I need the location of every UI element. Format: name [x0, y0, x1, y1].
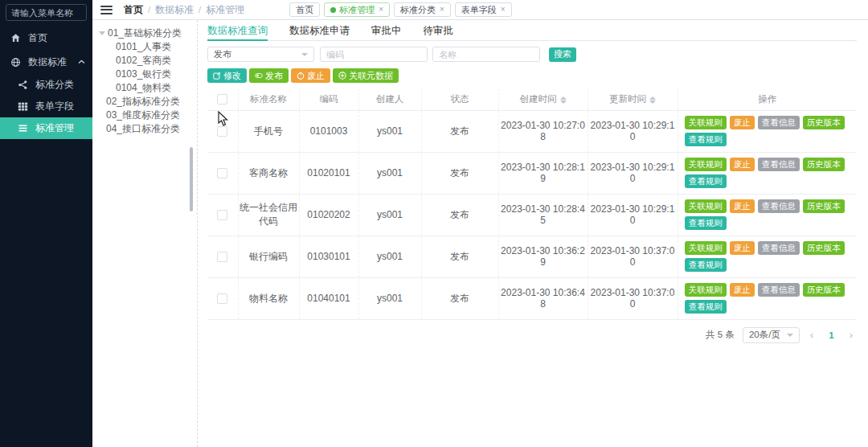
select-all-checkbox[interactable] [217, 94, 227, 105]
page-size-value: 20条/页 [749, 329, 780, 341]
toggle-icon [255, 72, 263, 80]
code-cell: 01020101 [299, 152, 358, 194]
updated-time-cell: 2023-01-30 10:37:00 [588, 277, 678, 319]
tree-node[interactable]: 0102_客商类 [96, 54, 195, 68]
row-action-button[interactable]: 关联规则 [685, 116, 727, 129]
breadcrumb-item[interactable]: 数据标准 [155, 3, 194, 17]
share-nodes-icon [18, 80, 28, 90]
sidebar-item-standard-management[interactable]: 标准管理 [0, 117, 92, 139]
standard-name: 银行编码 [238, 236, 299, 277]
filter-bar: 发布 搜索 [207, 47, 857, 62]
tab-data-standard-apply[interactable]: 数据标准申请 [289, 24, 350, 40]
sort-icon[interactable] [560, 96, 567, 104]
tab-in-approval[interactable]: 审批中 [371, 24, 402, 40]
breadcrumb-separator: / [199, 5, 201, 14]
toolbar: 修改 发布 废止 关联元数据 [207, 68, 857, 83]
caret-down-icon[interactable] [99, 31, 105, 35]
tag-standard-management[interactable]: 标准管理 × [324, 2, 390, 17]
tree-node[interactable]: 02_指标标准分类 [96, 95, 195, 109]
row-action-button[interactable]: 关联规则 [685, 241, 727, 255]
tag-standard-category[interactable]: 标准分类 × [394, 2, 451, 17]
edit-icon [213, 72, 221, 80]
breadcrumb-home[interactable]: 首页 [124, 3, 143, 17]
row-action-button[interactable]: 废止 [730, 283, 755, 297]
hamburger-icon[interactable] [100, 6, 113, 14]
status-select[interactable]: 发布 [207, 47, 314, 62]
prev-page-button[interactable]: ‹ [808, 329, 816, 341]
row-action-button[interactable]: 查看规则 [685, 258, 727, 272]
row-action-button[interactable]: 废止 [730, 241, 755, 255]
row-action-button[interactable]: 关联规则 [685, 158, 727, 171]
page-number[interactable]: 1 [824, 330, 838, 340]
tree-node[interactable]: 0103_银行类 [96, 68, 195, 81]
row-action-button[interactable]: 关联规则 [685, 283, 727, 297]
table-grid-icon [18, 101, 28, 112]
tree-node[interactable]: 0104_物料类 [96, 81, 195, 95]
status-cell: 发布 [421, 110, 498, 152]
tag-label: 首页 [296, 4, 313, 16]
sidebar-item-standard-category[interactable]: 标准分类 [0, 74, 92, 96]
row-checkbox[interactable] [217, 210, 227, 220]
name-input[interactable] [432, 47, 540, 62]
page-size-select[interactable]: 20条/页 [743, 327, 800, 343]
row-action-button[interactable]: 查看信息 [758, 116, 800, 129]
row-action-button[interactable]: 查看规则 [685, 300, 727, 314]
row-action-button[interactable]: 查看信息 [758, 283, 800, 297]
row-action-button[interactable]: 查看规则 [685, 216, 727, 230]
tab-data-standard-query[interactable]: 数据标准查询 [207, 24, 268, 40]
row-action-button[interactable]: 查看信息 [758, 241, 800, 255]
tab-pending-approval[interactable]: 待审批 [424, 24, 454, 40]
row-action-button[interactable]: 废止 [730, 116, 755, 129]
table-row: 银行编码01030101ys001发布2023-01-30 10:36:2920… [207, 236, 857, 277]
sidebar-item-data-standard[interactable]: 数据标准 [0, 50, 92, 74]
tag-home[interactable]: 首页 [289, 2, 320, 17]
tree-node[interactable]: 01_基础标准分类 [96, 27, 195, 40]
tree-scrollbar-thumb[interactable] [190, 147, 193, 211]
publish-button[interactable]: 发布 [249, 68, 289, 83]
next-page-button[interactable]: › [847, 329, 855, 341]
row-checkbox[interactable] [217, 293, 227, 304]
table-row: 客商名称01020101ys001发布2023-01-30 10:28:1920… [207, 152, 857, 194]
row-action-button[interactable]: 历史版本 [803, 158, 845, 171]
deprecate-button[interactable]: 废止 [291, 68, 330, 83]
tree-node[interactable]: 0101_人事类 [96, 40, 195, 54]
code-input[interactable] [320, 47, 428, 62]
row-action-button[interactable]: 历史版本 [803, 199, 845, 213]
created-time-cell: 2023-01-30 10:28:19 [498, 152, 588, 194]
row-action-button[interactable]: 历史版本 [803, 241, 845, 255]
search-button[interactable]: 搜索 [549, 47, 576, 62]
row-action-button[interactable]: 查看信息 [758, 199, 800, 213]
row-checkbox[interactable] [217, 252, 227, 262]
tag-form-fields[interactable]: 表单字段 × [455, 2, 512, 17]
operations-cell: 关联规则废止查看信息历史版本查看规则 [678, 194, 857, 236]
sort-icon[interactable] [649, 96, 656, 104]
close-icon[interactable]: × [379, 6, 383, 14]
row-action-button[interactable]: 废止 [730, 199, 755, 213]
row-checkbox[interactable] [217, 168, 227, 178]
sidebar-item-form-fields[interactable]: 表单字段 [0, 96, 92, 117]
tree-node[interactable]: 04_接口标准分类 [96, 122, 195, 136]
col-updated-time[interactable]: 更新时间 [588, 89, 678, 110]
tag-label: 标准分类 [400, 4, 436, 16]
row-action-button[interactable]: 查看信息 [758, 158, 800, 171]
link-metadata-button[interactable]: 关联元数据 [333, 68, 399, 83]
row-action-button[interactable]: 废止 [730, 158, 755, 171]
row-action-button[interactable]: 历史版本 [803, 283, 845, 297]
close-icon[interactable]: × [440, 6, 444, 14]
close-icon[interactable]: × [501, 6, 506, 14]
row-action-button[interactable]: 查看规则 [685, 174, 727, 188]
operations-cell: 关联规则废止查看信息历史版本查看规则 [678, 110, 857, 152]
modify-button[interactable]: 修改 [207, 68, 247, 83]
menu-search-input[interactable] [6, 4, 87, 21]
creator-cell: ys001 [358, 236, 421, 277]
tree-node-label: 01_基础标准分类 [108, 27, 182, 40]
col-created-time[interactable]: 创建时间 [498, 89, 588, 110]
tree-node[interactable]: 03_维度标准分类 [96, 109, 195, 122]
col-status: 状态 [421, 89, 498, 110]
row-action-button[interactable]: 历史版本 [803, 116, 845, 129]
row-action-button[interactable]: 查看规则 [685, 133, 727, 146]
row-action-button[interactable]: 关联规则 [685, 199, 727, 213]
row-checkbox[interactable] [217, 126, 227, 137]
sidebar-item-home[interactable]: 首页 [0, 26, 92, 50]
updated-time-cell: 2023-01-30 10:29:10 [588, 152, 678, 194]
